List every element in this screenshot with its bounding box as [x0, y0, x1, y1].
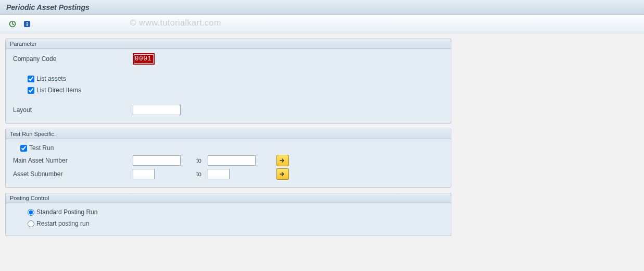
arrow-right-icon [280, 158, 286, 163]
header-bar: Periodic Asset Postings [0, 0, 644, 15]
group-test-run-legend: Test Run Specific. [6, 129, 451, 139]
svg-rect-2 [27, 22, 28, 23]
list-assets-checkbox[interactable] [28, 76, 34, 82]
group-parameter-legend: Parameter [6, 39, 451, 49]
layout-label: Layout [13, 106, 133, 114]
clock-execute-icon [9, 20, 16, 28]
list-direct-items-label: List Direct Items [36, 87, 81, 94]
main-asset-from-input[interactable] [133, 155, 181, 166]
arrow-right-icon [280, 171, 286, 177]
group-parameter: Parameter Company Code List assets List … [5, 39, 451, 124]
list-direct-items-checkbox[interactable] [28, 87, 34, 94]
svg-rect-3 [27, 23, 28, 26]
company-code-input[interactable] [133, 53, 155, 65]
main-asset-label: Main Asset Number [13, 157, 133, 164]
restart-posting-label: Restart posting run [36, 220, 89, 227]
asset-sub-from-input[interactable] [133, 169, 155, 179]
page-title: Periodic Asset Postings [6, 3, 90, 11]
execute-button[interactable] [6, 18, 19, 30]
to-label-2: to [196, 170, 201, 178]
standard-posting-label: Standard Posting Run [36, 208, 97, 216]
test-run-label: Test Run [29, 144, 54, 152]
group-posting-control-legend: Posting Control [6, 193, 451, 203]
to-label-1: to [196, 157, 201, 164]
main-asset-to-input[interactable] [208, 155, 256, 166]
asset-subnumber-label: Asset Subnumber [13, 170, 133, 178]
info-button[interactable] [21, 18, 33, 30]
test-run-checkbox[interactable] [20, 145, 27, 152]
content-area: Parameter Company Code List assets List … [0, 33, 644, 247]
asset-sub-multiple-selection-button[interactable] [276, 168, 289, 180]
group-posting-control: Posting Control Standard Posting Run Res… [5, 193, 451, 236]
group-test-run: Test Run Specific. Test Run Main Asset N… [5, 129, 451, 188]
list-assets-label: List assets [36, 75, 66, 82]
info-icon [23, 20, 31, 28]
asset-sub-to-input[interactable] [208, 169, 230, 179]
company-code-label: Company Code [13, 55, 133, 63]
watermark: © www.tutorialkart.com [130, 18, 221, 28]
toolbar: © www.tutorialkart.com [0, 15, 644, 33]
layout-input[interactable] [133, 105, 181, 115]
main-asset-multiple-selection-button[interactable] [276, 155, 289, 166]
standard-posting-radio[interactable] [28, 209, 34, 216]
restart-posting-radio[interactable] [28, 220, 34, 227]
